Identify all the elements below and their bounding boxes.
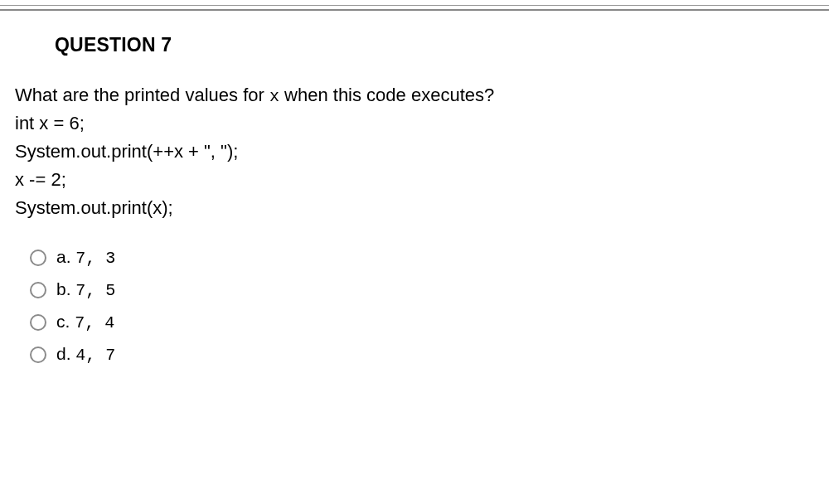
options-list: a. 7, 3 b. 7, 5 c. 7, 4 d. 4, 7 (30, 247, 814, 365)
prompt-line: What are the printed values for x when t… (15, 81, 814, 109)
option-b-value: 7, 5 (75, 281, 115, 300)
prompt-suffix: when this code executes? (279, 85, 494, 105)
option-c[interactable]: c. 7, 4 (30, 312, 814, 332)
code-line-3: x -= 2; (15, 166, 814, 194)
option-d[interactable]: d. 4, 7 (30, 344, 814, 365)
option-d-label: d. 4, 7 (56, 344, 115, 365)
prompt-prefix: What are the printed values for (15, 85, 269, 105)
code-line-2: System.out.print(++x + ", "); (15, 138, 814, 166)
code-line-1: int x = 6; (15, 109, 814, 138)
option-d-letter: d. (56, 344, 71, 363)
option-b[interactable]: b. 7, 5 (30, 279, 814, 300)
option-c-value: 7, 4 (75, 313, 114, 332)
radio-a[interactable] (30, 250, 46, 266)
option-a[interactable]: a. 7, 3 (30, 247, 814, 268)
code-line-4: System.out.print(x); (15, 194, 814, 222)
option-c-label: c. 7, 4 (56, 312, 114, 332)
option-d-value: 4, 7 (75, 346, 115, 365)
option-a-label: a. 7, 3 (56, 247, 115, 268)
option-c-letter: c. (56, 312, 70, 331)
top-rule (0, 5, 829, 6)
question-container: QUESTION 7 What are the printed values f… (0, 11, 829, 365)
question-body: What are the printed values for x when t… (15, 81, 814, 222)
radio-d[interactable] (30, 346, 46, 363)
prompt-var: x (269, 87, 279, 106)
option-a-letter: a. (56, 247, 71, 266)
radio-c[interactable] (30, 314, 46, 331)
option-a-value: 7, 3 (75, 249, 115, 268)
option-b-label: b. 7, 5 (56, 279, 115, 300)
radio-b[interactable] (30, 282, 46, 298)
question-title: QUESTION 7 (55, 34, 814, 56)
option-b-letter: b. (56, 279, 71, 298)
